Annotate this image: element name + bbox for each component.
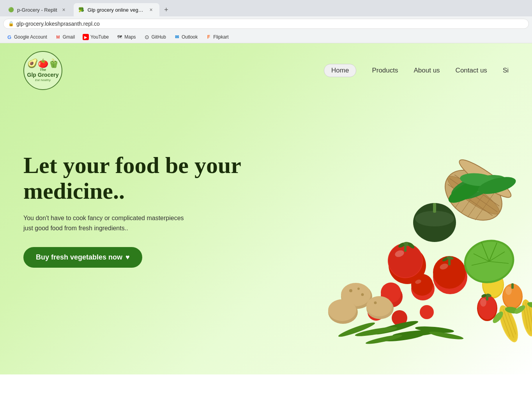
hero-heading-line1: Let your food be your	[23, 152, 241, 178]
bookmark-label-github: GitHub	[152, 34, 166, 40]
svg-point-49	[374, 302, 377, 304]
svg-rect-18	[433, 203, 436, 213]
logo-main-text: Glp Grocery	[27, 72, 59, 78]
vegetable-illustration	[279, 156, 532, 351]
flipkart-icon: F	[205, 34, 212, 40]
svg-point-17	[415, 211, 454, 226]
navbar: 🥑🍅🫑 The Glp Grocery Eat healthy Home Pro…	[0, 43, 532, 98]
svg-point-60	[505, 286, 512, 295]
lock-icon: 🔒	[8, 21, 14, 26]
logo-text: The Glp Grocery Eat healthy	[27, 68, 59, 82]
bookmark-youtube[interactable]: ▶ YouTube	[80, 33, 112, 41]
cta-label: Buy fresh vegetables now	[36, 253, 122, 261]
nav-about[interactable]: About us	[414, 67, 440, 74]
hero-heading-line2: medicine..	[23, 178, 125, 204]
bookmark-label-youtube: YouTube	[90, 34, 109, 40]
hero-heading: Let your food be your medicine..	[23, 152, 265, 204]
svg-point-44	[349, 289, 352, 292]
github-icon: ⊙	[144, 34, 150, 40]
nav-signin[interactable]: Si	[503, 67, 509, 74]
maps-icon: 🗺	[117, 34, 123, 40]
hero-subtext-line1: You don't have to cook fancy or complica…	[23, 215, 184, 221]
bookmarks-bar: G Google Account M Gmail ▶ YouTube 🗺 Map…	[0, 31, 532, 43]
logo-area: 🥑🍅🫑 The Glp Grocery Eat healthy	[23, 51, 62, 90]
svg-point-51	[328, 299, 356, 321]
svg-rect-61	[511, 283, 514, 289]
tab-favicon-2: 🥦	[78, 7, 85, 13]
tab-close-1[interactable]: ×	[60, 6, 67, 13]
browser-chrome: 🟢 p-Grocery - Replit × 🥦 Glp grocery onl…	[0, 0, 532, 43]
bookmark-maps[interactable]: 🗺 Maps	[113, 33, 139, 41]
cta-heart-icon: ♥	[125, 253, 130, 261]
cta-button[interactable]: Buy fresh vegetables now ♥	[23, 247, 142, 268]
website: 🥑🍅🫑 The Glp Grocery Eat healthy Home Pro…	[0, 43, 532, 374]
svg-point-34	[411, 274, 433, 296]
tab-title-1: p-Grocery - Replit	[17, 7, 57, 13]
svg-point-45	[357, 288, 360, 290]
nav-products[interactable]: Products	[372, 67, 398, 74]
bookmark-label-maps: Maps	[124, 34, 136, 40]
nav-links: Home Products About us Contact us Si	[324, 64, 509, 77]
tab-favicon-1: 🟢	[8, 7, 14, 13]
bookmark-label-outlook: Outlook	[182, 34, 198, 40]
logo-circle: 🥑🍅🫑 The Glp Grocery Eat healthy	[23, 51, 62, 90]
bookmark-label-google-account: Google Account	[14, 34, 47, 40]
logo-the-text: The	[27, 68, 59, 72]
bookmark-gmail[interactable]: M Gmail	[52, 33, 78, 41]
address-bar[interactable]: 🔒 glp-grocery.lokeshprasanth.repl.co	[3, 19, 529, 29]
tab-title-2: Glp grocery online vegetable ma	[88, 7, 145, 13]
tab-p-grocery[interactable]: 🟢 p-Grocery - Replit ×	[3, 3, 72, 16]
url-text: glp-grocery.lokeshprasanth.repl.co	[16, 21, 100, 27]
svg-point-48	[366, 296, 392, 316]
youtube-icon: ▶	[83, 34, 89, 40]
google-account-icon: G	[6, 34, 12, 40]
hero-subtext-line2: just good food from fresh ingredients..	[23, 225, 128, 231]
tab-bar: 🟢 p-Grocery - Replit × 🥦 Glp grocery onl…	[0, 0, 532, 16]
svg-point-94	[480, 298, 486, 307]
outlook-icon: ✉	[174, 34, 180, 40]
hero-text: Let your food be your medicine.. You don…	[23, 152, 265, 268]
logo-sub-text: Eat healthy	[27, 78, 59, 82]
bookmark-label-gmail: Gmail	[63, 34, 75, 40]
hero-subtext: You don't have to cook fancy or complica…	[23, 213, 218, 233]
nav-home[interactable]: Home	[324, 64, 356, 77]
bookmark-github[interactable]: ⊙ GitHub	[141, 33, 169, 41]
nav-contact[interactable]: Contact us	[456, 67, 487, 74]
hero-section: Let your food be your medicine.. You don…	[0, 98, 532, 351]
tab-glp-grocery[interactable]: 🥦 Glp grocery online vegetable ma ×	[74, 3, 159, 16]
bookmark-google-account[interactable]: G Google Account	[3, 33, 50, 41]
svg-point-46	[361, 293, 364, 296]
tab-close-2[interactable]: ×	[148, 6, 155, 13]
bookmark-outlook[interactable]: ✉ Outlook	[171, 33, 201, 41]
svg-point-41	[420, 305, 434, 319]
bookmark-flipkart[interactable]: F Flipkart	[202, 33, 232, 41]
gmail-icon: M	[55, 34, 61, 40]
address-bar-row: 🔒 glp-grocery.lokeshprasanth.repl.co	[0, 16, 532, 31]
logo-fruit-icon: 🥑🍅🫑	[27, 59, 59, 68]
new-tab-button[interactable]: +	[161, 4, 172, 15]
bookmark-label-flipkart: Flipkart	[213, 34, 228, 40]
